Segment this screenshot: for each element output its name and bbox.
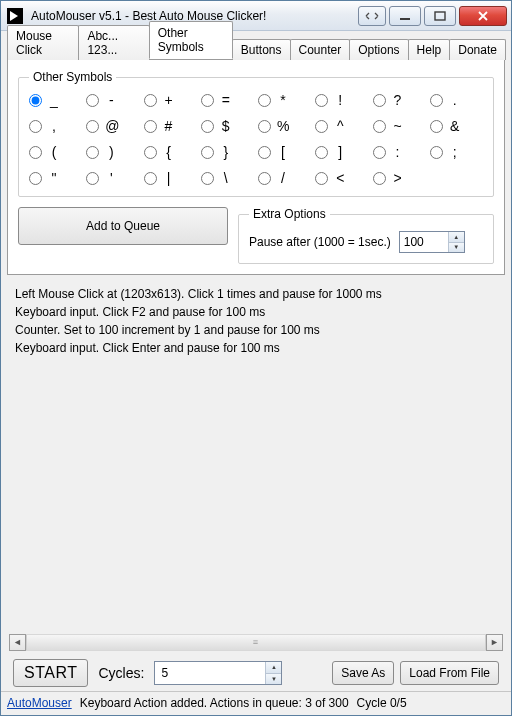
symbol-radio[interactable] <box>144 120 157 133</box>
symbol-option[interactable]: % <box>258 118 311 134</box>
symbol-option[interactable]: \ <box>201 170 254 186</box>
scroll-track[interactable]: ≡ <box>26 634 486 651</box>
symbol-radio[interactable] <box>201 120 214 133</box>
symbol-radio[interactable] <box>86 146 99 159</box>
action-log[interactable]: Left Mouse Click at (1203x613). Click 1 … <box>7 275 505 633</box>
scroll-left-button[interactable]: ◄ <box>9 634 26 651</box>
load-from-file-button[interactable]: Load From File <box>400 661 499 685</box>
symbol-option[interactable]: , <box>29 118 82 134</box>
symbol-radio[interactable] <box>201 94 214 107</box>
window-minimize-button[interactable] <box>389 6 421 26</box>
symbol-radio[interactable] <box>201 172 214 185</box>
scroll-right-button[interactable]: ► <box>486 634 503 651</box>
tab-mouse-click[interactable]: Mouse Click <box>7 25 79 60</box>
symbol-radio[interactable] <box>373 120 386 133</box>
symbol-option[interactable]: ' <box>86 170 139 186</box>
symbol-option[interactable]: / <box>258 170 311 186</box>
pause-after-input[interactable] <box>400 232 448 252</box>
symbol-radio[interactable] <box>315 172 328 185</box>
tab-counter[interactable]: Counter <box>290 39 351 60</box>
symbol-option[interactable]: # <box>144 118 197 134</box>
start-button[interactable]: START <box>13 659 88 687</box>
symbol-radio[interactable] <box>201 146 214 159</box>
scroll-thumb[interactable]: ≡ <box>26 635 486 650</box>
window-expand-button[interactable] <box>358 6 386 26</box>
symbol-option[interactable]: | <box>144 170 197 186</box>
symbol-radio[interactable] <box>86 120 99 133</box>
symbol-radio[interactable] <box>258 172 271 185</box>
symbol-option[interactable]: . <box>430 92 483 108</box>
log-line[interactable]: Keyboard input. Click Enter and pause fo… <box>15 339 501 357</box>
tab-other-symbols[interactable]: Other Symbols <box>149 21 233 59</box>
cycles-spin-up[interactable]: ▲ <box>266 662 281 674</box>
symbol-option[interactable]: ! <box>315 92 368 108</box>
symbol-option[interactable]: { <box>144 144 197 160</box>
close-icon <box>477 11 489 21</box>
symbol-option[interactable]: & <box>430 118 483 134</box>
symbol-option[interactable]: + <box>144 92 197 108</box>
symbol-radio[interactable] <box>373 94 386 107</box>
symbol-option[interactable]: : <box>373 144 426 160</box>
window-maximize-button[interactable] <box>424 6 456 26</box>
tab-help[interactable]: Help <box>408 39 451 60</box>
symbols-group: Other Symbols _-+=*!?.,@#$%^~&(){}[]:;"'… <box>18 70 494 197</box>
symbol-radio[interactable] <box>430 146 443 159</box>
symbol-option[interactable]: < <box>315 170 368 186</box>
tab-donate[interactable]: Donate <box>449 39 506 60</box>
cycles-spin-down[interactable]: ▼ <box>266 674 281 685</box>
symbol-option[interactable]: @ <box>86 118 139 134</box>
cycles-input[interactable] <box>155 662 265 684</box>
symbol-radio[interactable] <box>373 146 386 159</box>
symbol-option[interactable]: - <box>86 92 139 108</box>
symbol-radio[interactable] <box>29 120 42 133</box>
symbol-radio[interactable] <box>258 94 271 107</box>
tab-abc-123[interactable]: Abc... 123... <box>78 25 149 60</box>
symbol-option[interactable]: $ <box>201 118 254 134</box>
symbol-radio[interactable] <box>315 146 328 159</box>
symbol-radio[interactable] <box>258 120 271 133</box>
add-to-queue-button[interactable]: Add to Queue <box>18 207 228 245</box>
symbol-option[interactable]: ? <box>373 92 426 108</box>
window-close-button[interactable] <box>459 6 507 26</box>
symbol-option[interactable]: ; <box>430 144 483 160</box>
symbols-legend: Other Symbols <box>29 70 116 84</box>
symbol-radio[interactable] <box>144 94 157 107</box>
save-as-button[interactable]: Save As <box>332 661 394 685</box>
symbol-radio[interactable] <box>86 172 99 185</box>
symbol-radio[interactable] <box>315 120 328 133</box>
tab-options[interactable]: Options <box>349 39 408 60</box>
horizontal-scrollbar[interactable]: ◄ ≡ ► <box>9 633 503 651</box>
symbol-radio[interactable] <box>373 172 386 185</box>
symbol-option[interactable]: ( <box>29 144 82 160</box>
symbol-radio[interactable] <box>430 94 443 107</box>
log-line[interactable]: Keyboard input. Click F2 and pause for 1… <box>15 303 501 321</box>
symbol-option[interactable]: ] <box>315 144 368 160</box>
symbol-option[interactable]: ^ <box>315 118 368 134</box>
symbol-label: - <box>105 92 117 108</box>
symbol-option[interactable]: * <box>258 92 311 108</box>
symbol-option[interactable]: = <box>201 92 254 108</box>
log-line[interactable]: Left Mouse Click at (1203x613). Click 1 … <box>15 285 501 303</box>
symbol-radio[interactable] <box>29 94 42 107</box>
status-link[interactable]: AutoMouser <box>7 696 72 710</box>
symbol-option[interactable]: } <box>201 144 254 160</box>
symbol-radio[interactable] <box>29 146 42 159</box>
tab-buttons[interactable]: Buttons <box>232 39 291 60</box>
app-window: AutoMouser v5.1 - Best Auto Mouse Clicke… <box>0 0 512 716</box>
symbol-option[interactable]: _ <box>29 92 82 108</box>
symbol-option[interactable]: > <box>373 170 426 186</box>
symbol-radio[interactable] <box>315 94 328 107</box>
symbol-radio[interactable] <box>430 120 443 133</box>
pause-after-spin-up[interactable]: ▲ <box>449 232 464 243</box>
symbol-option[interactable]: ~ <box>373 118 426 134</box>
symbol-radio[interactable] <box>144 146 157 159</box>
symbol-radio[interactable] <box>258 146 271 159</box>
pause-after-spin-down[interactable]: ▼ <box>449 243 464 253</box>
log-line[interactable]: Counter. Set to 100 increment by 1 and p… <box>15 321 501 339</box>
symbol-option[interactable]: [ <box>258 144 311 160</box>
symbol-radio[interactable] <box>29 172 42 185</box>
symbol-radio[interactable] <box>86 94 99 107</box>
symbol-option[interactable]: ) <box>86 144 139 160</box>
symbol-radio[interactable] <box>144 172 157 185</box>
symbol-option[interactable]: " <box>29 170 82 186</box>
